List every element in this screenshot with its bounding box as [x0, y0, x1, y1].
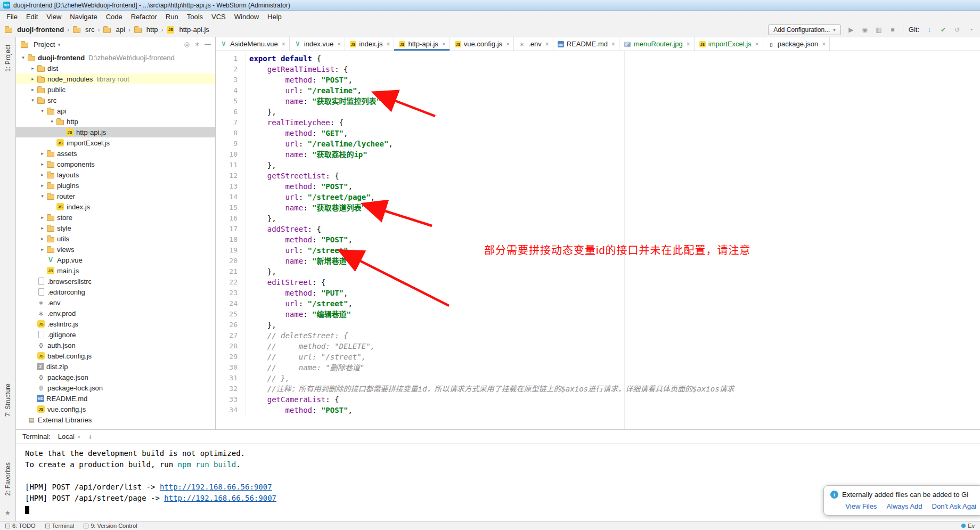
tab-importExcel.js[interactable]: JSimportExcel.js× [695, 37, 763, 51]
tree-item-plugins[interactable]: ▸plugins [16, 180, 215, 191]
tree-item-.env.prod[interactable]: ∗.env.prod [16, 308, 215, 319]
breadcrumb-item-http-api.js[interactable]: JShttp-api.js [166, 26, 209, 34]
tree-item-components[interactable]: ▸components [16, 159, 215, 169]
tree-collapse-icon[interactable]: ▾ [38, 193, 46, 199]
tree-item-store[interactable]: ▸store [16, 212, 215, 223]
tree-item-auth.json[interactable]: {}auth.json [16, 340, 215, 350]
menu-file[interactable]: File [2, 12, 22, 22]
stop-icon[interactable]: ■ [888, 26, 897, 34]
tree-item-README.md[interactable]: MDREADME.md [16, 393, 215, 404]
close-icon[interactable]: × [687, 40, 690, 48]
tree-item-package.json[interactable]: {}package.json [16, 372, 215, 382]
event-log-button[interactable]: Ev [961, 523, 975, 529]
tree-expand-icon[interactable]: ▸ [38, 236, 46, 241]
tree-item-dist[interactable]: ▸dist [16, 63, 215, 74]
tab-http-api.js[interactable]: JShttp-api.js× [394, 37, 450, 51]
statusbar-item-terminal[interactable]: Terminal [45, 523, 75, 529]
debug-icon[interactable]: ◉ [860, 26, 870, 34]
tree-expand-icon[interactable]: ▸ [29, 76, 37, 81]
tree-expand-icon[interactable]: ▸ [38, 151, 46, 156]
tree-item-dist.zip[interactable]: Zdist.zip [16, 361, 215, 372]
menu-refactor[interactable]: Refactor [127, 12, 161, 22]
breadcrumb-item-http[interactable]: http [134, 26, 158, 34]
tree-item-External Libraries[interactable]: ▤External Libraries [16, 414, 215, 425]
close-icon[interactable]: × [545, 40, 549, 48]
tree-expand-icon[interactable]: ▸ [29, 66, 37, 71]
tree-collapse-icon[interactable]: ▾ [29, 97, 37, 103]
menu-tools[interactable]: Tools [183, 12, 207, 22]
menu-help[interactable]: Help [263, 12, 286, 22]
locate-file-icon[interactable]: ◎ [184, 40, 189, 48]
close-icon[interactable]: × [755, 40, 759, 48]
menu-navigate[interactable]: Navigate [66, 12, 101, 22]
close-icon[interactable]: × [822, 40, 826, 48]
tree-item-App.vue[interactable]: VApp.vue [16, 255, 215, 265]
tool-window-button-favorites[interactable]: 2: Favorites [4, 462, 12, 496]
tree-expand-icon[interactable]: ▸ [38, 161, 46, 167]
tab-index.vue[interactable]: Vindex.vue× [290, 37, 346, 51]
menu-view[interactable]: View [42, 12, 66, 22]
commit-icon[interactable]: ✔ [938, 26, 948, 34]
tree-item-vue.config.js[interactable]: JSvue.config.js [16, 404, 215, 414]
close-icon[interactable]: × [506, 40, 510, 48]
close-icon[interactable]: × [282, 40, 285, 48]
close-icon[interactable]: × [337, 40, 341, 48]
tab-vue.config.js[interactable]: JSvue.config.js× [450, 37, 514, 51]
tree-item-.eslintrc.js[interactable]: JS.eslintrc.js [16, 319, 215, 329]
add-configuration-button[interactable]: Add Configuration... [768, 25, 841, 35]
tree-expand-icon[interactable]: ▸ [38, 215, 46, 220]
tab-menuRouter.jpg[interactable]: menuRouter.jpg× [619, 37, 695, 51]
tree-item-.browserslistrc[interactable]: .browserslistrc [16, 276, 215, 287]
close-icon[interactable]: × [386, 40, 390, 48]
code-editor[interactable]: 1export default {2 getRealTimeList: {3 m… [216, 51, 980, 429]
tree-item-main.js[interactable]: JSmain.js [16, 265, 215, 276]
close-icon[interactable]: × [77, 434, 80, 440]
history-icon[interactable]: ↺ [952, 26, 962, 34]
tree-item-assets[interactable]: ▸assets [16, 148, 215, 159]
tree-expand-icon[interactable]: ▸ [29, 87, 37, 92]
new-terminal-session-button[interactable]: + [88, 433, 92, 441]
tree-item-.gitignore[interactable]: .gitignore [16, 329, 215, 340]
tree-item-layouts[interactable]: ▸layouts [16, 169, 215, 180]
tree-item-src[interactable]: ▾src [16, 95, 215, 105]
tree-item-package-lock.json[interactable]: {}package-lock.json [16, 382, 215, 393]
tool-window-button-structure[interactable]: 7: Structure [4, 384, 12, 417]
tree-item-http[interactable]: ▾http [16, 116, 215, 127]
tree-expand-icon[interactable]: ▸ [38, 225, 46, 231]
tab-README.md[interactable]: MDREADME.md× [553, 37, 619, 51]
chevron-down-icon[interactable]: ▾ [58, 42, 60, 47]
tree-collapse-icon[interactable]: ▾ [48, 119, 56, 124]
tree-item-babel.config.js[interactable]: JSbabel.config.js [16, 350, 215, 361]
tree-expand-icon[interactable]: ▸ [38, 247, 46, 252]
notification-action-always-add[interactable]: Always Add [886, 502, 922, 510]
menu-edit[interactable]: Edit [22, 12, 42, 22]
tree-item-http-api.js[interactable]: JShttp-api.js [16, 127, 215, 137]
menu-vcs[interactable]: VCS [207, 12, 230, 22]
notification-action-don-t-ask-agai[interactable]: Don't Ask Agai [932, 502, 976, 510]
statusbar-item-6-todo[interactable]: 6: TODO [5, 523, 36, 529]
tree-item-.env[interactable]: ∗.env [16, 297, 215, 308]
menu-window[interactable]: Window [230, 12, 263, 22]
terminal-link[interactable]: http://192.168.66.56:9007 [164, 494, 276, 502]
settings-gear-icon[interactable]: ∗ [194, 40, 200, 48]
tree-item-utils[interactable]: ▸utils [16, 233, 215, 244]
statusbar-item-9-version-control[interactable]: 9: Version Control [84, 523, 137, 529]
tree-item-importExcel.js[interactable]: JSimportExcel.js [16, 137, 215, 148]
tree-item-style[interactable]: ▸style [16, 223, 215, 233]
menu-code[interactable]: Code [102, 12, 127, 22]
tree-item-node_modules[interactable]: ▸node_moduleslibrary root [16, 74, 215, 84]
hide-panel-icon[interactable]: — [205, 40, 211, 48]
run-coverage-icon[interactable]: ▥ [874, 26, 884, 34]
tree-collapse-icon[interactable]: ▾ [38, 108, 46, 113]
tree-item-public[interactable]: ▸public [16, 84, 215, 95]
recent-clock-icon[interactable]: ◔ [966, 26, 976, 34]
close-icon[interactable]: × [442, 40, 446, 48]
tree-collapse-icon[interactable]: ▾ [19, 55, 27, 60]
run-icon[interactable]: ▶ [846, 26, 856, 34]
update-project-icon[interactable]: ↓ [925, 26, 934, 34]
tree-item-api[interactable]: ▾api [16, 105, 215, 116]
tree-item-duoji-frontend[interactable]: ▾duoji-frontendD:\zheheWeb\duoji-fronten… [16, 52, 215, 63]
terminal-link[interactable]: http://192.168.66.56:9007 [160, 483, 272, 491]
close-icon[interactable]: × [611, 40, 615, 48]
tree-item-views[interactable]: ▸views [16, 244, 215, 255]
